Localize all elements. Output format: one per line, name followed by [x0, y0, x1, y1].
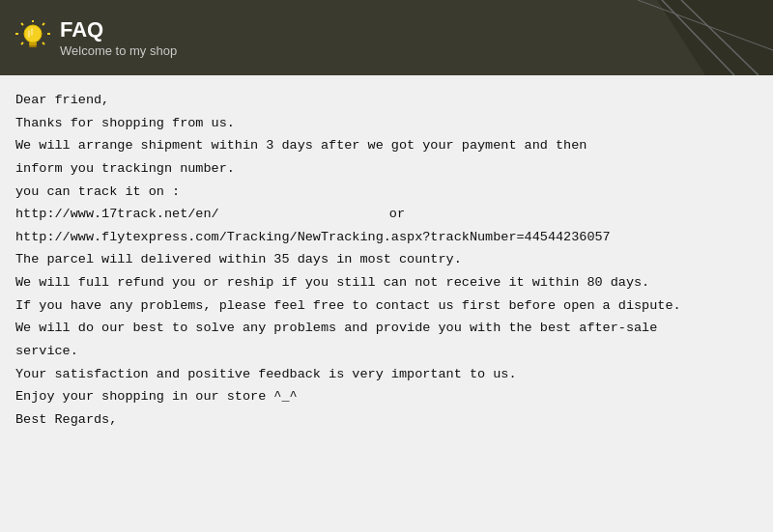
header-subtitle: Welcome to my shop [60, 43, 177, 58]
header-decoration [580, 0, 773, 75]
line-13: Your satisfaction and positive feedback … [15, 363, 758, 386]
line-7: http://www.flytexpress.com/Tracking/NewT… [15, 226, 758, 249]
line-15: Best Regards, [15, 408, 758, 432]
line-10: If you have any problems, please feel fr… [15, 294, 758, 318]
header-text-block: FAQ Welcome to my shop [60, 17, 177, 57]
line-6-or: or [389, 207, 405, 221]
line-3: We will arrange shipment within 3 days a… [15, 134, 758, 157]
svg-line-4 [43, 42, 44, 44]
svg-rect-8 [29, 42, 37, 45]
svg-point-0 [24, 25, 42, 42]
line-2: Thanks for shopping from us. [15, 112, 758, 135]
svg-line-5 [21, 23, 23, 25]
line-1: Dear friend, [15, 89, 758, 112]
page-header: FAQ Welcome to my shop [0, 0, 773, 75]
header-title: FAQ [60, 17, 177, 42]
line-14: Enjoy your shopping in our store ^_^ [15, 385, 758, 408]
line-4: inform you trackingn number. [15, 157, 758, 181]
svg-line-2 [43, 23, 44, 25]
line-9: We will full refund you or reship if you… [15, 271, 758, 294]
line-5: you can track it on : [15, 181, 758, 204]
svg-marker-12 [657, 0, 773, 75]
svg-line-7 [21, 42, 23, 44]
line-11: We will do our best to solve any problem… [15, 317, 758, 340]
line-6: http://www.17track.net/en/ or [15, 203, 758, 226]
line-12: service. [15, 340, 758, 363]
faq-content: Dear friend, Thanks for shopping from us… [0, 75, 773, 440]
line-6-url: http://www.17track.net/en/ [15, 207, 219, 221]
svg-rect-9 [29, 45, 37, 47]
bulb-icon [15, 20, 50, 55]
line-8: The parcel will delivered within 35 days… [15, 248, 758, 271]
